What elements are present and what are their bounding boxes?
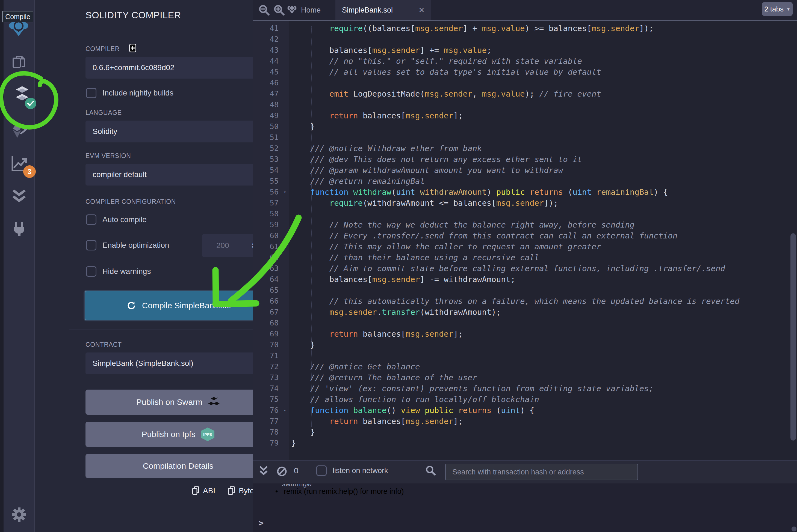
plugin-manager-icon[interactable] (11, 221, 27, 239)
ipfs-icon: IPFS (201, 428, 214, 441)
line-number: 66 (253, 296, 278, 307)
tabs-count-button[interactable]: 2 tabs ▼ (762, 2, 793, 16)
zoom-in-icon[interactable] (273, 4, 285, 16)
publish-ipfs-button[interactable]: Publish on Ipfs IPFS (86, 422, 271, 447)
evm-version-label: EVM VERSION (86, 152, 131, 159)
auto-compile-checkbox[interactable]: Auto compile (86, 214, 147, 225)
tab-home[interactable]: Home (287, 0, 321, 20)
checkbox-box[interactable] (86, 214, 96, 225)
panel-title: SOLIDITY COMPILER (86, 10, 181, 20)
copy-abi-button[interactable]: ABI (192, 486, 215, 495)
fold-spacer (278, 296, 291, 307)
code-text: require((balances[msg.sender] + msg.valu… (291, 23, 797, 34)
fold-spacer (278, 274, 291, 285)
publish-ipfs-label: Publish on Ipfs (142, 430, 196, 439)
tab-simplebank[interactable]: SimpleBank.sol × (336, 0, 431, 20)
clear-console-icon[interactable] (276, 466, 287, 477)
add-compiler-icon[interactable] (129, 44, 136, 52)
log-text: remix (run remix.help() for more info) (284, 487, 404, 495)
code-text: balances[msg.sender] -= withdrawAmount; (291, 274, 797, 285)
code-line: 49 return balances[msg.sender]; (253, 110, 797, 121)
line-number: 46 (253, 77, 278, 89)
line-number: 67 (253, 307, 278, 318)
abi-bytecode-row: ABI Bytecode (86, 486, 271, 495)
language-select[interactable]: Solidity ▲▼ (86, 120, 271, 142)
checkbox-box[interactable] (86, 266, 96, 277)
code-text: // Note the way we deduct the balance ri… (291, 219, 797, 230)
code-line: 78 } (253, 427, 797, 438)
compiler-version-value: 0.6.6+commit.6c089d02 (93, 63, 260, 72)
copy-icon (228, 486, 235, 495)
fold-spacer (278, 208, 291, 219)
copy-icon (192, 486, 200, 495)
line-number: 69 (253, 328, 278, 339)
evm-version-select[interactable]: compiler default ▲▼ (86, 164, 271, 186)
code-line: 76▾ function balance() view public retur… (253, 405, 797, 416)
code-line: 77 return balances[msg.sender]; (253, 416, 797, 427)
line-number: 48 (253, 99, 278, 110)
fold-spacer (278, 285, 291, 296)
line-number: 45 (253, 66, 278, 77)
code-text: // all values set to data type's initial… (291, 66, 797, 77)
code-text: /// @notice Withdraw ether from bank (291, 143, 797, 154)
code-text: // no "this." or "self." required with s… (291, 56, 797, 66)
compile-tooltip: Compile (2, 11, 33, 22)
contract-select[interactable]: SimpleBank (SimpleBank.sol) ▲▼ (86, 353, 271, 374)
fold-spacer (278, 252, 291, 263)
chevron-down-icon: ▼ (786, 7, 791, 12)
code-line: 43 balances[msg.sender] += msg.value; (253, 45, 797, 56)
checkbox-box[interactable] (86, 240, 96, 250)
editor-scrollbar[interactable] (791, 233, 796, 441)
terminal-prompt[interactable]: > (258, 518, 264, 528)
language-value: Solidity (93, 127, 260, 136)
file-explorer-icon[interactable] (12, 55, 26, 70)
code-line: 72 /// @notice Get balance (253, 361, 797, 372)
code-text: function balance() view public returns (… (291, 405, 797, 416)
fold-arrow-icon[interactable]: ▾ (278, 187, 291, 197)
terminal-search-input[interactable] (445, 464, 638, 480)
fold-arrow-icon[interactable]: ▾ (278, 405, 291, 416)
remix-mini-logo-icon (287, 4, 297, 16)
code-text: // 'view' (ex: constant) prevents functi… (291, 383, 797, 394)
tab-bar (253, 0, 797, 20)
line-number: 76 (253, 405, 278, 416)
checkbox-box[interactable] (316, 466, 327, 476)
checkbox-box[interactable] (86, 88, 96, 98)
zoom-out-icon[interactable] (258, 4, 270, 16)
line-number: 49 (253, 110, 278, 121)
code-text: return balances[msg.sender]; (291, 110, 797, 121)
line-number: 51 (253, 132, 278, 143)
code-line: 50 } (253, 121, 797, 132)
code-text: // Every .transfer/.send from this contr… (291, 230, 797, 241)
swarm-icon (208, 396, 220, 408)
settings-gear-icon[interactable] (12, 507, 27, 522)
code-text: msg.sender.transfer(withdrawAmount); (291, 307, 797, 318)
fold-spacer (278, 318, 291, 328)
fold-spacer (278, 361, 291, 372)
unit-testing-icon[interactable] (12, 188, 26, 204)
optimization-runs-value: 200 (209, 241, 251, 250)
tab-home-label: Home (301, 6, 321, 15)
line-number: 47 (253, 89, 278, 99)
line-number: 71 (253, 350, 278, 361)
expand-terminal-icon[interactable] (259, 466, 268, 476)
fold-spacer (278, 34, 291, 45)
code-text (291, 318, 797, 328)
compiler-version-select[interactable]: 0.6.6+commit.6c089d02 ▲▼ (86, 57, 271, 79)
compile-button[interactable]: Compile SimpleBank.sol (85, 291, 273, 320)
nightly-builds-checkbox[interactable]: Include nightly builds (86, 88, 174, 98)
hide-warnings-checkbox[interactable]: Hide warnings (86, 266, 151, 277)
line-number: 61 (253, 241, 278, 252)
line-number: 57 (253, 197, 278, 208)
enable-optimization-checkbox[interactable]: Enable optimization (86, 240, 169, 250)
listen-on-network-checkbox[interactable]: listen on network (316, 466, 388, 476)
fold-spacer (278, 263, 291, 274)
close-tab-icon[interactable]: × (419, 5, 424, 15)
fold-spacer (278, 438, 291, 449)
publish-swarm-label: Publish on Swarm (136, 398, 202, 407)
code-line: 69 return balances[msg.sender]; (253, 328, 797, 339)
code-text: /// @return remainingBal (291, 176, 797, 187)
compilation-details-button[interactable]: Compilation Details (86, 454, 271, 478)
publish-swarm-button[interactable]: Publish on Swarm (86, 390, 271, 415)
deploy-run-icon[interactable] (12, 122, 27, 138)
